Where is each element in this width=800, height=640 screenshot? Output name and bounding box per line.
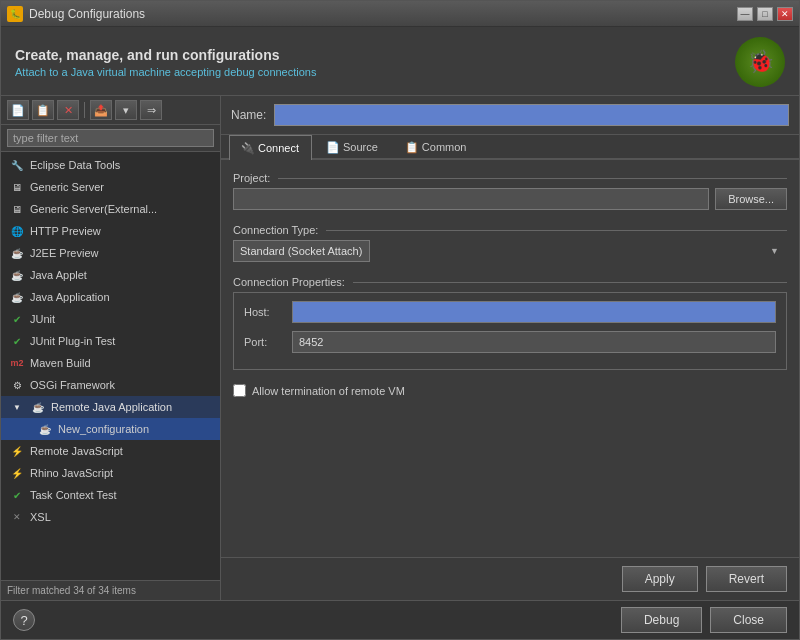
sidebar-item-label: JUnit — [30, 313, 55, 325]
connection-props-label: Connection Properties: — [233, 276, 787, 288]
sidebar-item-remote-java[interactable]: ▼ ☕ Remote Java Application — [1, 396, 220, 418]
browse-button[interactable]: Browse... — [715, 188, 787, 210]
maximize-button[interactable]: □ — [757, 7, 773, 21]
help-button[interactable]: ? — [13, 609, 35, 631]
sidebar-item-generic-server[interactable]: 🖥 Generic Server — [1, 176, 220, 198]
debug-button[interactable]: Debug — [621, 607, 702, 633]
sidebar-item-label: Generic Server(External... — [30, 203, 157, 215]
connection-type-group: Connection Type: Standard (Socket Attach… — [233, 224, 787, 262]
xsl-icon: ✕ — [9, 509, 25, 525]
tab-common[interactable]: 📋 Common — [393, 135, 480, 158]
sidebar-item-junit[interactable]: ✔ JUnit — [1, 308, 220, 330]
project-field-row: Browse... — [233, 188, 787, 210]
new-config-item-icon: ☕ — [37, 421, 53, 437]
apply-button[interactable]: Apply — [622, 566, 698, 592]
duplicate-config-button[interactable]: 📋 — [32, 100, 54, 120]
sidebar-toolbar: 📄 📋 ✕ 📤 ▾ ⇒ — [1, 96, 220, 125]
revert-button[interactable]: Revert — [706, 566, 787, 592]
sidebar-item-junit-plugin[interactable]: ✔ JUnit Plug-in Test — [1, 330, 220, 352]
minimize-button[interactable]: — — [737, 7, 753, 21]
remote-java-icon: ☕ — [30, 399, 46, 415]
main-content: 📄 📋 ✕ 📤 ▾ ⇒ 🔧 Eclipse Data Tools — [1, 96, 799, 600]
source-tab-label: Source — [343, 141, 378, 153]
sidebar-item-java-application[interactable]: ☕ Java Application — [1, 286, 220, 308]
rhino-icon: ⚡ — [9, 465, 25, 481]
footer-buttons: Debug Close — [621, 607, 787, 633]
sidebar-item-http-preview[interactable]: 🌐 HTTP Preview — [1, 220, 220, 242]
header-icon: 🐞 — [735, 37, 785, 87]
task-context-icon: ✔ — [9, 487, 25, 503]
collapse-all-button[interactable]: ▾ — [115, 100, 137, 120]
host-label: Host: — [244, 306, 284, 318]
allow-termination-checkbox[interactable] — [233, 384, 246, 397]
sidebar-item-label: Java Application — [30, 291, 110, 303]
connect-tab-label: Connect — [258, 142, 299, 154]
connection-props-group: Connection Properties: Host: Port: — [233, 276, 787, 370]
dialog-close-button[interactable]: Close — [710, 607, 787, 633]
delete-config-button[interactable]: ✕ — [57, 100, 79, 120]
sidebar-item-xsl[interactable]: ✕ XSL — [1, 506, 220, 528]
tab-connect[interactable]: 🔌 Connect — [229, 135, 312, 160]
export-config-button[interactable]: 📤 — [90, 100, 112, 120]
connect-tab-icon: 🔌 — [242, 142, 254, 154]
sidebar-item-label: J2EE Preview — [30, 247, 98, 259]
sidebar-item-label: Remote Java Application — [51, 401, 172, 413]
sidebar: 📄 📋 ✕ 📤 ▾ ⇒ 🔧 Eclipse Data Tools — [1, 96, 221, 600]
sidebar-item-label: Maven Build — [30, 357, 91, 369]
port-input[interactable] — [292, 331, 776, 353]
sidebar-item-label: Eclipse Data Tools — [30, 159, 120, 171]
header-text: Create, manage, and run configurations A… — [15, 47, 316, 78]
new-config-button[interactable]: 📄 — [7, 100, 29, 120]
junit-plugin-icon: ✔ — [9, 333, 25, 349]
junit-icon: ✔ — [9, 311, 25, 327]
port-label: Port: — [244, 336, 284, 348]
sidebar-item-generic-server-ext[interactable]: 🖥 Generic Server(External... — [1, 198, 220, 220]
window-title: Debug Configurations — [29, 7, 731, 21]
project-label: Project: — [233, 172, 787, 184]
allow-termination-row: Allow termination of remote VM — [233, 384, 787, 397]
header-title: Create, manage, and run configurations — [15, 47, 316, 63]
source-tab-icon: 📄 — [327, 141, 339, 153]
title-bar-buttons: — □ ✕ — [737, 7, 793, 21]
sidebar-item-rhino[interactable]: ⚡ Rhino JavaScript — [1, 462, 220, 484]
sidebar-item-osgi[interactable]: ⚙ OSGi Framework — [1, 374, 220, 396]
sidebar-item-task-context[interactable]: ✔ Task Context Test — [1, 484, 220, 506]
project-input[interactable] — [233, 188, 709, 210]
sidebar-filter-area — [1, 125, 220, 152]
sidebar-item-label: JUnit Plug-in Test — [30, 335, 115, 347]
osgi-icon: ⚙ — [9, 377, 25, 393]
sidebar-item-java-applet[interactable]: ☕ Java Applet — [1, 264, 220, 286]
window-icon: 🐛 — [7, 6, 23, 22]
java-applet-icon: ☕ — [9, 267, 25, 283]
sidebar-item-label: Java Applet — [30, 269, 87, 281]
sidebar-item-label: Task Context Test — [30, 489, 117, 501]
bottom-bar: Apply Revert — [221, 557, 799, 600]
http-preview-icon: 🌐 — [9, 223, 25, 239]
sidebar-item-new-config[interactable]: ☕ New_configuration — [1, 418, 220, 440]
sidebar-with-scroll: 🔧 Eclipse Data Tools 🖥 Generic Server 🖥 … — [1, 152, 220, 580]
sidebar-item-eclipse-data-tools[interactable]: 🔧 Eclipse Data Tools — [1, 154, 220, 176]
sidebar-item-maven[interactable]: m2 Maven Build — [1, 352, 220, 374]
connection-type-label: Connection Type: — [233, 224, 787, 236]
name-input[interactable] — [274, 104, 789, 126]
host-row: Host: — [244, 301, 776, 323]
connection-type-select[interactable]: Standard (Socket Attach) Socket Listen — [233, 240, 370, 262]
debug-configurations-window: 🐛 Debug Configurations — □ ✕ Create, man… — [0, 0, 800, 640]
sidebar-item-label: OSGi Framework — [30, 379, 115, 391]
host-input[interactable] — [292, 301, 776, 323]
connection-props-box: Host: Port: — [233, 292, 787, 370]
java-application-icon: ☕ — [9, 289, 25, 305]
link-button[interactable]: ⇒ — [140, 100, 162, 120]
sidebar-item-j2ee-preview[interactable]: ☕ J2EE Preview — [1, 242, 220, 264]
sidebar-list: 🔧 Eclipse Data Tools 🖥 Generic Server 🖥 … — [1, 152, 220, 580]
name-row: Name: — [221, 96, 799, 135]
name-label: Name: — [231, 108, 266, 122]
generic-server-icon: 🖥 — [9, 179, 25, 195]
close-window-button[interactable]: ✕ — [777, 7, 793, 21]
sidebar-item-label: Remote JavaScript — [30, 445, 123, 457]
sidebar-item-remote-js[interactable]: ⚡ Remote JavaScript — [1, 440, 220, 462]
header-area: Create, manage, and run configurations A… — [1, 27, 799, 96]
sidebar-item-label: Rhino JavaScript — [30, 467, 113, 479]
filter-input[interactable] — [7, 129, 214, 147]
tab-source[interactable]: 📄 Source — [314, 135, 391, 158]
